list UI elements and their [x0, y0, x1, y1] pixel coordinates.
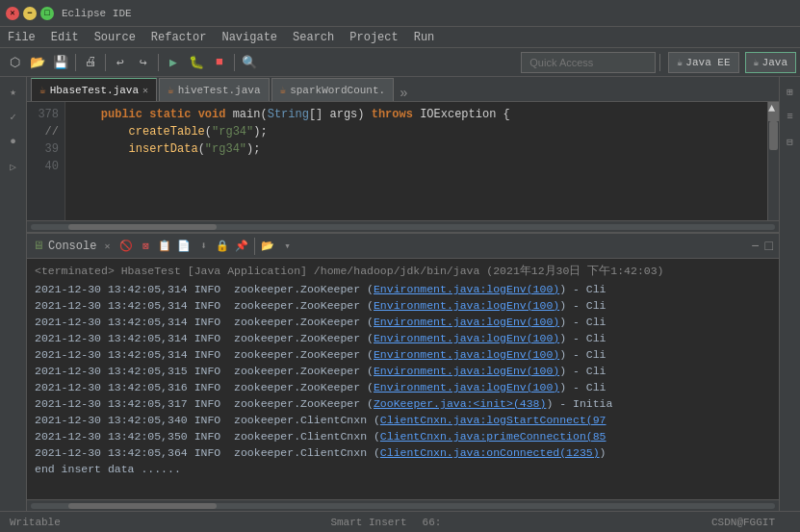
- console-clear[interactable]: 🚫: [117, 238, 135, 255]
- console-log-10: 2021-12-30 13:42:05,350 INFO zookeeper.C…: [35, 428, 771, 444]
- tab-sparkwordcount[interactable]: ☕ sparkWordCount.: [271, 78, 395, 101]
- right-gutter: ⊞ ≡ ⊟: [779, 77, 800, 511]
- console-scroll-thumb[interactable]: [68, 503, 218, 509]
- menu-run[interactable]: Run: [406, 27, 443, 47]
- console-log-7: 2021-12-30 13:42:05,316 INFO zookeeper.Z…: [35, 379, 771, 395]
- code-line-2: createTable("rg34");: [73, 123, 760, 140]
- toolbar-sep-1: [75, 54, 76, 71]
- status-watermark: CSDN@FGGIT: [711, 517, 775, 528]
- perspective-java-ee[interactable]: ☕ Java EE: [668, 52, 738, 73]
- menu-bar: File Edit Source Refactor Navigate Searc…: [0, 27, 800, 48]
- scroll-track-horiz: [31, 224, 775, 230]
- toolbar-save[interactable]: 💾: [50, 52, 71, 73]
- env-link-5[interactable]: Environment.java:logEnv(100): [374, 348, 559, 361]
- console-scroll-lock[interactable]: 📌: [233, 238, 250, 255]
- toolbar-stop[interactable]: ■: [209, 52, 230, 73]
- gutter-task[interactable]: ✓: [3, 106, 24, 127]
- menu-project[interactable]: Project: [342, 27, 405, 47]
- menu-edit[interactable]: Edit: [43, 27, 87, 47]
- right-btn-2[interactable]: ≡: [780, 106, 801, 127]
- quick-access-input[interactable]: [521, 52, 656, 73]
- console-maximize-btn[interactable]: □: [765, 239, 773, 254]
- menu-search[interactable]: Search: [285, 27, 342, 47]
- toolbar-sep-3: [158, 54, 159, 71]
- env-link-7[interactable]: Environment.java:logEnv(100): [374, 381, 559, 393]
- tab-label: HbaseTest.java: [50, 85, 139, 96]
- tab-label-hive: hiveTest.java: [178, 85, 261, 96]
- toolbar-new[interactable]: ⬡: [4, 52, 25, 73]
- console-terminated-line: <terminated> HbaseTest [Java Application…: [35, 263, 771, 279]
- line-num-378: 378: [27, 106, 59, 123]
- console-log-11: 2021-12-30 13:42:05,364 INFO zookeeper.C…: [35, 444, 771, 461]
- console-header: 🖥 Console ✕ 🚫 ⊠ 📋 📄 ⬇ 🔒 📌 📂 ▾: [27, 234, 779, 259]
- console-tab-close-x[interactable]: ✕: [104, 241, 110, 252]
- status-bar: Writable Smart Insert 66: CSDN@FGGIT: [0, 511, 800, 532]
- console-log-6: 2021-12-30 13:42:05,315 INFO zookeeper.Z…: [35, 363, 771, 379]
- env-link-4[interactable]: Environment.java:logEnv(100): [374, 332, 559, 344]
- client-prime-link[interactable]: ClientCnxn.java:primeConnection(85: [380, 430, 606, 443]
- menu-refactor[interactable]: Refactor: [143, 27, 215, 47]
- perspective-java[interactable]: ☕ Java: [745, 52, 796, 73]
- tab-hivetest[interactable]: ☕ hiveTest.java: [159, 78, 269, 101]
- toolbar-run[interactable]: ▶: [163, 52, 184, 73]
- scroll-up-arrow[interactable]: ▲: [768, 102, 779, 121]
- toolbar-undo[interactable]: ↩: [110, 52, 131, 73]
- tab-hbasetest[interactable]: ☕ HbaseTest.java ✕: [31, 78, 157, 101]
- status-insert-mode: Smart Insert: [330, 517, 406, 528]
- scroll-thumb-vertical[interactable]: [769, 121, 778, 150]
- menu-file[interactable]: File: [0, 27, 43, 47]
- left-gutter: ★ ✓ ● ▷: [0, 77, 27, 511]
- console-log-9: 2021-12-30 13:42:05,340 INFO zookeeper.C…: [35, 412, 771, 428]
- console-minimize-btn[interactable]: −: [751, 239, 759, 254]
- toolbar-print[interactable]: 🖨: [80, 52, 101, 73]
- horiz-scroll-console[interactable]: [27, 499, 779, 511]
- toolbar: ⬡ 📂 💾 🖨 ↩ ↪ ▶ 🐛 ■ 🔍 ☕ Java EE ☕ Java: [0, 48, 800, 77]
- gutter-bookmark[interactable]: ★: [3, 81, 24, 102]
- code-line-4: [73, 158, 760, 175]
- client-connected-link[interactable]: ClientCnxn.java:onConnected(1235): [380, 446, 600, 459]
- editor-scrollbar[interactable]: ▲: [767, 102, 779, 220]
- console-content[interactable]: <terminated> HbaseTest [Java Application…: [27, 259, 779, 499]
- console-log-5: 2021-12-30 13:42:05,314 INFO zookeeper.Z…: [35, 346, 771, 363]
- horiz-scroll-editor[interactable]: [27, 220, 779, 232]
- toolbar-search[interactable]: 🔍: [239, 52, 260, 73]
- toolbar-redo[interactable]: ↪: [133, 52, 154, 73]
- tab-bar: ☕ HbaseTest.java ✕ ☕ hiveTest.java ☕ spa…: [27, 77, 779, 102]
- toolbar-sep-2: [105, 54, 106, 71]
- console-title: Console: [48, 240, 96, 253]
- code-content[interactable]: public static void main(String[] args) t…: [65, 102, 767, 220]
- close-button[interactable]: ✕: [6, 7, 19, 20]
- env-link-1[interactable]: Environment.java:logEnv(100): [374, 283, 559, 295]
- env-link-2[interactable]: Environment.java:logEnv(100): [374, 299, 559, 312]
- console-btn-2[interactable]: 📄: [175, 238, 193, 255]
- console-stop[interactable]: ⊠: [137, 238, 154, 255]
- zk-init-link[interactable]: ZooKeeper.java:<init>(438): [374, 397, 546, 410]
- gutter-arrow[interactable]: ▷: [3, 156, 24, 177]
- console-log-end: end insert data ......: [35, 461, 771, 477]
- console-log-8: 2021-12-30 13:42:05,317 INFO zookeeper.Z…: [35, 395, 771, 412]
- menu-source[interactable]: Source: [87, 27, 143, 47]
- console-icon: 🖥: [33, 239, 44, 253]
- console-new[interactable]: 📂: [259, 238, 276, 255]
- maximize-button[interactable]: □: [40, 7, 54, 20]
- toolbar-open[interactable]: 📂: [27, 52, 48, 73]
- right-btn-3[interactable]: ⊟: [780, 131, 801, 152]
- gutter-breakpoint[interactable]: ●: [3, 131, 24, 152]
- console-btn-1[interactable]: 📋: [156, 238, 173, 255]
- tab-icon: ☕: [39, 84, 46, 96]
- env-link-6[interactable]: Environment.java:logEnv(100): [374, 365, 559, 377]
- console-btn-4[interactable]: 🔒: [214, 238, 231, 255]
- menu-navigate[interactable]: Navigate: [214, 27, 285, 47]
- right-btn-1[interactable]: ⊞: [780, 81, 801, 102]
- env-link-3[interactable]: Environment.java:logEnv(100): [374, 316, 559, 328]
- console-wrapper: 🖥 Console ✕ 🚫 ⊠ 📋 📄 ⬇ 🔒 📌 📂 ▾: [27, 232, 779, 511]
- code-editor: 378 // 39 40 public static void main(Str…: [27, 102, 779, 220]
- toolbar-debug[interactable]: 🐛: [186, 52, 207, 73]
- tab-overflow[interactable]: »: [396, 86, 411, 101]
- tab-close-hbasetest[interactable]: ✕: [142, 85, 148, 96]
- minimize-button[interactable]: −: [23, 7, 37, 20]
- console-btn-3[interactable]: ⬇: [194, 238, 212, 255]
- client-log-link[interactable]: ClientCnxn.java:logStartConnect(97: [380, 414, 606, 426]
- scroll-thumb-horiz[interactable]: [68, 224, 218, 230]
- console-arrow[interactable]: ▾: [278, 238, 296, 255]
